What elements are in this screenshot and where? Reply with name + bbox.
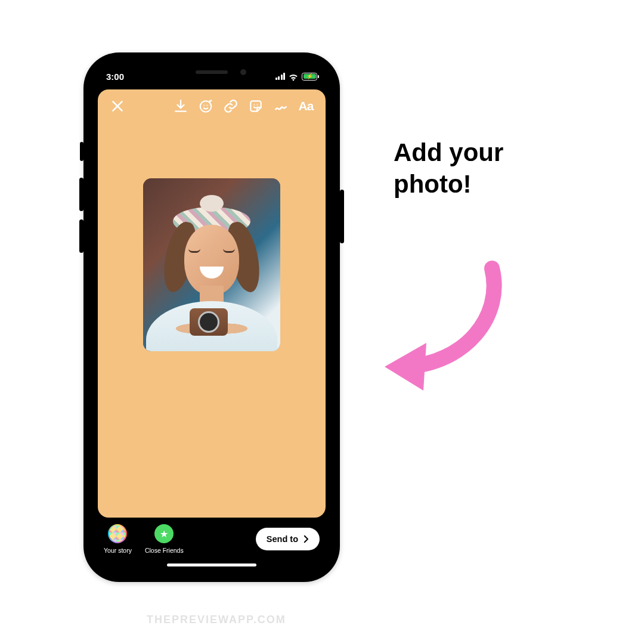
text-button[interactable]: Aa [296,96,316,116]
phone-mockup: 3:00 ⚡ [83,52,340,582]
your-story-button[interactable]: Your story [104,524,132,554]
inserted-photo[interactable] [143,178,280,351]
send-to-button[interactable]: Send to [256,528,320,550]
arrow-icon [370,250,525,394]
status-time: 3:00 [106,72,124,82]
annotation-text: Add your photo! [394,137,503,200]
chevron-right-icon [301,534,311,544]
sticker-button[interactable] [246,96,266,116]
phone-notch [152,63,271,81]
wifi-icon [289,73,298,80]
close-button[interactable] [107,96,128,116]
battery-icon: ⚡ [302,73,317,80]
phone-screen: 3:00 ⚡ [94,63,329,571]
status-right: ⚡ [275,73,318,80]
charging-bolt-icon: ⚡ [306,74,313,79]
watermark: THEPREVIEWAPP.COM [147,614,286,626]
send-to-label: Send to [267,534,298,544]
text-tool-label: Aa [299,99,314,113]
volume-up-button [79,178,83,211]
cellular-signal-icon [275,73,286,80]
close-friends-label: Close Friends [145,547,184,554]
front-camera [240,69,246,75]
silent-switch [80,142,83,161]
link-button[interactable] [221,96,241,116]
draw-button[interactable] [271,96,291,116]
annotation-line-1: Add your [394,137,503,169]
your-story-label: Your story [104,547,132,554]
story-canvas[interactable]: Aa [98,89,326,518]
close-friends-button[interactable]: ★ Close Friends [145,524,184,554]
download-button[interactable] [171,96,191,116]
close-friends-star-icon: ★ [154,524,174,543]
home-indicator [167,564,256,566]
annotation-line-2: photo! [394,169,503,200]
speaker-grill [196,70,228,74]
effects-button[interactable] [196,96,216,116]
svg-point-0 [200,101,211,112]
power-button [340,190,344,243]
volume-down-button [79,219,83,253]
story-ring-icon [108,524,127,543]
story-toolbar: Aa [98,89,326,123]
